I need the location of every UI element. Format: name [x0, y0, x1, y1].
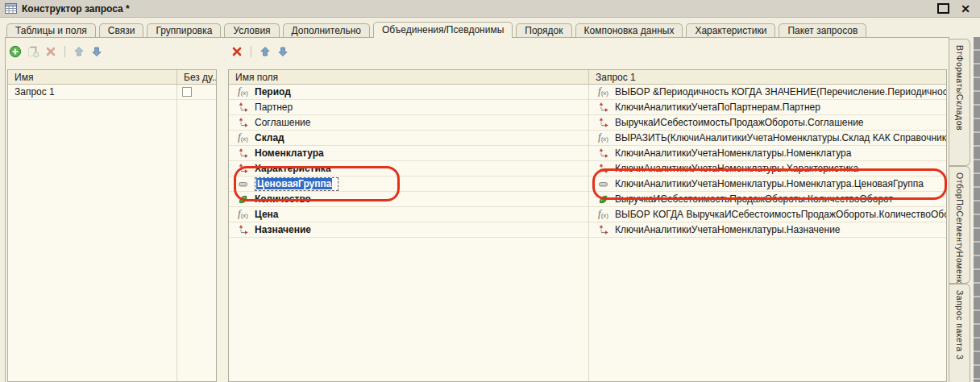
field-expression: ВЫРАЗИТЬ(КлючиАналитикиУчетаНоменклатуры… [615, 132, 946, 143]
delete-icon[interactable] [44, 45, 57, 58]
tab-8[interactable]: Характеристики [686, 23, 775, 37]
query-name: Запрос 1 [8, 86, 177, 98]
field-row-0[interactable]: f(x)Периодf(x)ВЫБОР &Периодичность КОГДА… [229, 85, 946, 100]
query-builder-window: Конструктор запроса * ✕ Таблицы и поляСв… [0, 0, 980, 382]
field-row-7[interactable]: КоличествоВыручкаИСебестоимостьПродажОбо… [229, 192, 946, 207]
tab-6[interactable]: Порядок [516, 23, 571, 37]
toolbar-separator [251, 46, 251, 57]
field-name: Номенклатура [255, 147, 324, 159]
column-header-name[interactable]: Имя [8, 70, 177, 84]
field-expression: ВЫБОР КОГДА ВыручкаИСебестоимостьПродажО… [615, 209, 946, 220]
field-row-6[interactable]: ЦеноваяГруппаКлючиАналитикиУчетаНоменкла… [229, 176, 946, 192]
move-up-icon[interactable] [259, 45, 272, 58]
tab-strip: Таблицы и поляСвязиГруппировкаУсловияДоп… [6, 22, 866, 37]
function-icon: f(x) [238, 85, 255, 98]
window-body: Таблицы и поляСвязиГруппировкаУсловияДоп… [0, 18, 980, 382]
field-row-3[interactable]: f(x)Складf(x)ВЫРАЗИТЬ(КлючиАналитикиУчет… [229, 131, 946, 146]
title-bar: Конструктор запроса * ✕ [0, 0, 980, 18]
no-duplicates-checkbox[interactable] [182, 87, 192, 97]
tab-0[interactable]: Таблицы и поля [6, 23, 96, 37]
delete-icon[interactable] [230, 45, 243, 58]
tab-3[interactable]: Условия [224, 23, 279, 37]
move-down-icon[interactable] [276, 45, 289, 58]
field-icon [598, 118, 615, 128]
column-header-field-name[interactable]: Имя поля [229, 70, 589, 84]
field-expression: КлючиАналитикиУчетаНоменклатуры.Номенкла… [615, 178, 924, 189]
fields-toolbar [230, 44, 289, 59]
field-expression: ВыручкаИСебестоимостьПродажОбороты.Согла… [615, 117, 864, 128]
copy-icon[interactable] [27, 45, 39, 58]
field-row-4[interactable]: НоменклатураКлючиАналитикиУчетаНоменклат… [229, 146, 946, 161]
column-divider[interactable] [176, 85, 177, 381]
field-expression: ВыручкаИСебестоимостьПродажОбороты.Колич… [615, 193, 893, 205]
side-tab-0[interactable]: ВтФорматыСкладов [949, 39, 970, 166]
field-expression: КлючиАналитикиУчетаНоменклатуры.Характер… [615, 163, 858, 174]
field-icon [238, 225, 255, 235]
function-icon: f(x) [238, 208, 255, 221]
queries-grid-header: Имя Без ду... [8, 70, 216, 85]
tab-9[interactable]: Пакет запросов [779, 23, 866, 37]
field-icon [598, 148, 615, 159]
field-icon [238, 118, 255, 128]
function-icon: f(x) [598, 85, 615, 98]
side-tab-2[interactable]: Запрос пакета 3 [949, 284, 970, 382]
field-name: Характеристика [255, 163, 331, 174]
column-header-query1[interactable]: Запрос 1 [589, 70, 946, 84]
fields-rows: f(x)Периодf(x)ВЫБОР &Периодичность КОГДА… [229, 85, 946, 238]
aggregate-icon [598, 194, 615, 205]
field-name: Склад [255, 132, 284, 143]
dash-icon [238, 179, 255, 189]
query-builder-grid-icon [5, 3, 17, 14]
field-name: Соглашение [255, 117, 310, 128]
field-name: Назначение [255, 224, 311, 235]
field-name: Партнер [255, 102, 293, 113]
queries-grid: Имя Без ду... Запрос 1 [7, 69, 217, 382]
field-icon [238, 164, 255, 174]
query-row[interactable]: Запрос 1 [8, 85, 216, 100]
side-tab-strip: ВтФорматыСкладовОтборПоСегментуНоменклат… [949, 39, 972, 382]
field-name-edit-box[interactable]: ЦеноваяГруппа [255, 177, 338, 191]
tab-1[interactable]: Связи [99, 23, 144, 37]
move-down-icon[interactable] [90, 45, 103, 58]
field-row-5[interactable]: ХарактеристикаКлючиАналитикиУчетаНоменкл… [229, 161, 946, 176]
add-icon[interactable] [9, 45, 22, 58]
column-divider[interactable] [588, 85, 589, 381]
toolbar-separator [64, 46, 65, 57]
field-name-selected-text: ЦеноваяГруппа [256, 178, 332, 189]
tab-4[interactable]: Дополнительно [283, 23, 370, 37]
column-header-no-duplicates[interactable]: Без ду... [177, 70, 216, 84]
field-expression: КлючиАналитикиУчетаНоменклатуры.Назначен… [615, 224, 841, 235]
aggregate-icon [238, 194, 255, 205]
window-title: Конструктор запроса * [22, 3, 130, 15]
close-icon[interactable]: ✕ [961, 4, 970, 14]
move-up-icon[interactable] [73, 45, 85, 58]
function-icon: f(x) [598, 208, 615, 221]
field-name: Цена [255, 209, 279, 220]
field-expression: КлючиАналитикиУчетаПоПартнерам.Партнер [615, 102, 820, 113]
fields-grid: Имя поля Запрос 1 f(x)Периодf(x)ВЫБОР &П… [228, 69, 947, 382]
field-row-9[interactable]: НазначениеКлючиАналитикиУчетаНоменклатур… [229, 222, 946, 238]
maximize-icon[interactable] [937, 3, 949, 14]
side-tab-1[interactable]: ОтборПоСегментуНоменклатуры [949, 166, 970, 284]
tab-7[interactable]: Компоновка данных [575, 23, 683, 37]
function-icon: f(x) [598, 131, 615, 144]
field-icon [598, 102, 615, 113]
fields-grid-header: Имя поля Запрос 1 [229, 70, 946, 85]
field-name: Количество [255, 193, 311, 205]
field-name: Период [255, 86, 291, 98]
field-expression: ВЫБОР &Периодичность КОГДА ЗНАЧЕНИЕ(Пере… [615, 86, 946, 98]
field-icon [598, 164, 615, 174]
function-icon: f(x) [238, 131, 255, 144]
field-row-8[interactable]: f(x)Ценаf(x)ВЫБОР КОГДА ВыручкаИСебестои… [229, 207, 946, 222]
tab-5[interactable]: Объединения/Псевдонимы [373, 22, 513, 38]
window-edge-strip [974, 37, 980, 382]
field-icon [238, 148, 255, 159]
dash-icon [598, 179, 615, 189]
field-icon [238, 102, 255, 113]
field-row-1[interactable]: ПартнерКлючиАналитикиУчетаПоПартнерам.Па… [229, 100, 946, 115]
field-row-2[interactable]: СоглашениеВыручкаИСебестоимостьПродажОбо… [229, 115, 946, 131]
field-icon [598, 225, 615, 235]
queries-toolbar [9, 44, 103, 59]
tab-2[interactable]: Группировка [147, 23, 221, 37]
field-expression: КлючиАналитикиУчетаНоменклатуры.Номенкла… [615, 147, 851, 159]
